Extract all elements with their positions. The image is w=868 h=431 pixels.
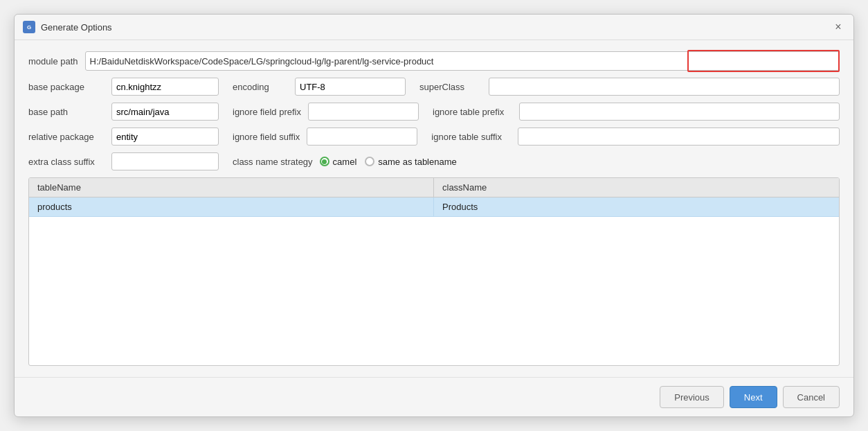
radio-same-label: same as tablename	[378, 157, 456, 167]
encoding-input[interactable]	[295, 78, 406, 96]
extra-class-suffix-input[interactable]	[111, 152, 219, 170]
svg-text:G: G	[27, 24, 31, 30]
ignore-field-suffix-label: ignore field suffix	[233, 132, 300, 142]
row-base-package: base package encoding superClass	[28, 78, 840, 96]
extra-class-suffix-label: extra class suffix	[28, 157, 105, 167]
ignore-field-prefix-label: ignore field prefix	[233, 107, 301, 117]
generate-options-dialog: G Generate Options × module path base pa…	[14, 14, 854, 417]
radio-camel[interactable]: camel	[320, 157, 357, 167]
relative-package-input[interactable]	[111, 127, 219, 146]
relative-package-label: relative package	[28, 132, 105, 142]
dialog-body: module path base package encoding superC…	[15, 40, 853, 377]
next-button[interactable]: Next	[730, 386, 777, 408]
class-name-strategy-label: class name strategy	[233, 157, 313, 167]
row-base-path: base path ignore field prefix ignore tab…	[28, 103, 840, 121]
ignore-table-suffix-label: ignore table suffix	[431, 132, 511, 142]
base-path-label: base path	[28, 107, 105, 117]
base-path-input[interactable]	[111, 103, 219, 121]
dialog-footer: Previous Next Cancel	[15, 377, 853, 416]
ignore-table-prefix-input[interactable]	[519, 103, 840, 121]
row-relative-package: relative package ignore field suffix ign…	[28, 127, 840, 146]
radio-camel-circle	[320, 157, 329, 166]
row-extra-class: extra class suffix class name strategy c…	[28, 152, 840, 170]
table-header: tableName className	[29, 178, 839, 197]
class-name-strategy-radio-group: camel same as tablename	[320, 157, 457, 167]
super-class-input[interactable]	[489, 78, 840, 96]
table-cell-tablename: products	[29, 197, 434, 216]
table-row[interactable]: products Products	[29, 197, 839, 217]
radio-camel-dot	[322, 159, 327, 164]
radio-same-as-tablename[interactable]: same as tablename	[365, 157, 456, 167]
table-header-tablename: tableName	[29, 178, 434, 197]
module-path-input[interactable]	[85, 51, 840, 71]
cancel-button[interactable]: Cancel	[783, 386, 840, 408]
table-empty-space	[29, 217, 839, 355]
radio-same-circle	[365, 157, 374, 166]
module-path-row: module path	[28, 51, 840, 71]
previous-button[interactable]: Previous	[660, 386, 724, 408]
module-path-wrapper	[85, 51, 840, 71]
super-class-label: superClass	[419, 82, 482, 92]
ignore-field-suffix-input[interactable]	[307, 127, 417, 146]
table-container: tableName className products Products	[28, 177, 840, 366]
module-path-label: module path	[28, 56, 78, 67]
title-bar: G Generate Options ×	[15, 15, 853, 40]
close-button[interactable]: ×	[831, 20, 845, 34]
ignore-field-prefix-input[interactable]	[308, 103, 419, 121]
title-bar-left: G Generate Options	[23, 21, 112, 33]
radio-camel-label: camel	[333, 157, 357, 167]
encoding-label: encoding	[233, 82, 288, 92]
base-package-input[interactable]	[111, 78, 219, 96]
dialog-title: Generate Options	[41, 22, 112, 33]
table-header-classname: className	[434, 178, 839, 197]
base-package-label: base package	[28, 82, 105, 92]
ignore-table-suffix-input[interactable]	[518, 127, 840, 146]
table-cell-classname: Products	[434, 197, 839, 216]
ignore-table-prefix-label: ignore table prefix	[433, 107, 512, 117]
dialog-icon: G	[23, 21, 35, 33]
